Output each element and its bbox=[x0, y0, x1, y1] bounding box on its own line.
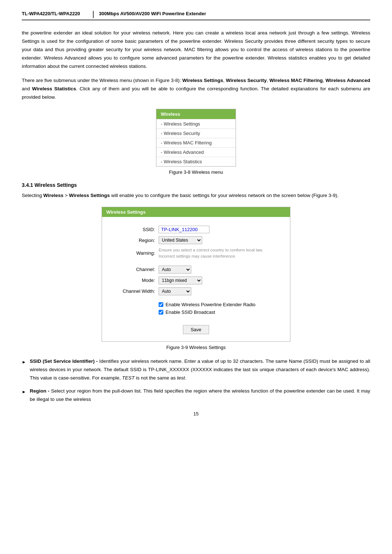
ws-channel-width-row: Channel Width: Auto bbox=[108, 287, 284, 295]
bullet-arrow-region: ► bbox=[22, 388, 26, 395]
page-number: 15 bbox=[22, 411, 370, 416]
ws-mode-row: Mode: 11bgn mixed bbox=[108, 276, 284, 284]
ws-enable-radio-label: Enable Wireless Powerline Extender Radio bbox=[166, 302, 256, 307]
ws-save-button[interactable]: Save bbox=[183, 325, 209, 334]
ws-enable-radio-checkbox[interactable] bbox=[159, 302, 163, 307]
ws-enable-ssid-checkbox[interactable] bbox=[159, 310, 163, 315]
ws-body: SSID: Region: United States Warning: Ens… bbox=[102, 217, 290, 341]
figure-3-8-caption: Figure 3-8 Wireless menu bbox=[169, 169, 223, 175]
ws-region-row: Region: United States bbox=[108, 236, 284, 244]
bullet-section: ► SSID (Set Service Identifier) - Identi… bbox=[22, 357, 370, 404]
bullet-item-region: ► Region - Select your region from the p… bbox=[22, 387, 370, 404]
ws-save-row: Save bbox=[108, 325, 284, 334]
figure-3-9-caption: Figure 3-9 Wireless Settings bbox=[166, 345, 225, 350]
ws-enable-ssid-label: Enable SSID Broadcast bbox=[166, 309, 215, 315]
ws-checkbox2-row: Enable SSID Broadcast bbox=[159, 309, 284, 315]
wireless-menu-box: Wireless - Wireless Settings - Wireless … bbox=[156, 109, 236, 167]
intro-paragraph-1: the powerline extender an ideal solution… bbox=[22, 29, 370, 71]
figure-3-8-container: Wireless - Wireless Settings - Wireless … bbox=[22, 109, 370, 175]
ws-channel-label: Channel: bbox=[108, 267, 159, 272]
page-header: TL-WPA4220/TL-WPA2220 300Mbps AV500/AV20… bbox=[22, 11, 370, 20]
header-title: 300Mbps AV500/AV200 WiFi Powerline Exten… bbox=[99, 11, 206, 18]
header-divider bbox=[93, 11, 94, 18]
section-341-heading: 3.4.1 Wireless Settings bbox=[22, 182, 370, 188]
wireless-menu-item-settings[interactable]: - Wireless Settings bbox=[156, 119, 236, 128]
bullet-content-ssid: SSID (Set Service Identifier) - Identifi… bbox=[30, 357, 370, 382]
ws-mode-select[interactable]: 11bgn mixed bbox=[159, 276, 202, 284]
ws-ssid-row: SSID: bbox=[108, 226, 284, 233]
ws-channel-row: Channel: Auto bbox=[108, 266, 284, 274]
ws-region-label: Region: bbox=[108, 238, 159, 243]
header-model: TL-WPA4220/TL-WPA2220 bbox=[22, 11, 80, 18]
wireless-menu-item-advanced[interactable]: - Wireless Advanced bbox=[156, 147, 236, 157]
ws-warning-label: Warning: bbox=[108, 250, 159, 256]
ws-warning-text: Ensure you select a correct country to c… bbox=[159, 247, 263, 259]
intro-paragraph-2: There are five submenus under the Wirele… bbox=[22, 77, 370, 102]
ws-warning-row: Warning: Ensure you select a correct cou… bbox=[108, 247, 284, 259]
ws-header: Wireless Settings bbox=[102, 207, 290, 217]
section-341-intro: Selecting Wireless > Wireless Settings w… bbox=[22, 192, 370, 200]
bullet-arrow-ssid: ► bbox=[22, 358, 26, 366]
wireless-menu-item-statistics[interactable]: - Wireless Statistics bbox=[156, 157, 236, 166]
ws-checkbox1-row: Enable Wireless Powerline Extender Radio bbox=[159, 302, 284, 307]
bullet-item-ssid: ► SSID (Set Service Identifier) - Identi… bbox=[22, 357, 370, 382]
ws-ssid-input[interactable] bbox=[159, 226, 209, 233]
ws-mode-label: Mode: bbox=[108, 278, 159, 283]
ws-channel-width-label: Channel Width: bbox=[108, 288, 159, 294]
wireless-menu-item-mac-filtering[interactable]: - Wireless MAC Filtering bbox=[156, 138, 236, 147]
bullet-content-region: Region - Select your region from the pul… bbox=[30, 387, 370, 404]
wireless-menu-item-security[interactable]: - Wireless Security bbox=[156, 128, 236, 138]
wireless-menu-header: Wireless bbox=[156, 109, 236, 119]
figure-3-9-container: Wireless Settings SSID: Region: United S… bbox=[22, 207, 370, 350]
ws-channel-select[interactable]: Auto bbox=[159, 266, 191, 274]
ws-ssid-label: SSID: bbox=[108, 227, 159, 232]
ws-region-select[interactable]: United States bbox=[159, 236, 202, 244]
ws-channel-width-select[interactable]: Auto bbox=[159, 287, 191, 295]
wireless-settings-box: Wireless Settings SSID: Region: United S… bbox=[102, 207, 290, 341]
